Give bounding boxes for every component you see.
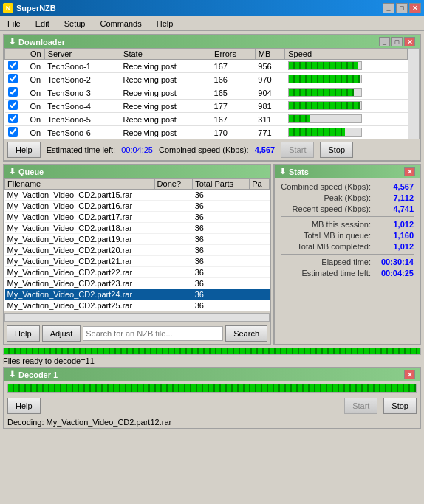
- menu-setup[interactable]: Setup: [60, 18, 90, 29]
- queue-filename: My_Vaction_Video_CD2.part23.rar: [5, 278, 155, 289]
- row-errors: 165: [211, 86, 256, 100]
- queue-adjust-button[interactable]: Adjust: [42, 325, 81, 342]
- stats-total-mb-queue-value: 1,160: [377, 231, 414, 240]
- downloader-bottom: Help Estimated time left: 00:04:25 Combi…: [4, 139, 420, 160]
- queue-row[interactable]: My_Vaction_Video_CD2.part23.rar 36: [5, 278, 270, 289]
- stats-total-mb-completed-label: Total MB completed:: [281, 242, 371, 251]
- stats-panel: ⬇ Stats ✕ Combined speed (Kbps): 4,567 P…: [273, 164, 421, 345]
- downloader-row: On TechSono-4 Receiving post 177 981: [5, 100, 408, 113]
- downloader-header: ⬇ Downloader _ □ ✕: [4, 35, 420, 48]
- queue-help-button[interactable]: Help: [7, 325, 40, 342]
- downloader-row: On TechSono-2 Receiving post 166 970: [5, 73, 408, 86]
- queue-done: [154, 245, 193, 256]
- decoder-start-button[interactable]: Start: [344, 398, 377, 414]
- downloader-scrollbar[interactable]: [408, 48, 420, 139]
- row-checkbox[interactable]: [8, 114, 18, 123]
- queue-pa: [250, 300, 270, 311]
- queue-filename: My_Vaction_Video_CD2.part15.rar: [5, 190, 155, 201]
- queue-scrollbar-h[interactable]: [4, 313, 270, 322]
- estimated-time-label: Estimated time left:: [47, 145, 116, 154]
- close-button[interactable]: ✕: [409, 3, 421, 13]
- menu-commands[interactable]: Commands: [95, 18, 146, 29]
- row-server: TechSono-2: [44, 73, 120, 86]
- stats-combined-speed-value: 4,567: [377, 182, 414, 191]
- search-button[interactable]: Search: [225, 325, 267, 342]
- row-checkbox[interactable]: [8, 127, 18, 137]
- search-nzb-input[interactable]: [83, 326, 223, 341]
- queue-row[interactable]: My_Vaction_Video_CD2.part22.rar 36: [5, 267, 270, 278]
- queue-filename: My_Vaction_Video_CD2.part20.rar: [5, 245, 155, 256]
- stats-title: Stats: [289, 168, 309, 176]
- row-checkbox-cell[interactable]: [5, 60, 27, 73]
- queue-filename: My_Vaction_Video_CD2.part21.rar: [5, 256, 155, 267]
- row-checkbox-cell[interactable]: [5, 113, 27, 126]
- downloader-minimize-btn[interactable]: _: [379, 37, 390, 46]
- stats-recent-speed: Recent speed (Kbps): 4,741: [281, 204, 414, 213]
- row-checkbox-cell[interactable]: [5, 126, 27, 139]
- row-checkbox[interactable]: [8, 100, 18, 110]
- stats-estimated-label: Estimated time left:: [281, 269, 371, 277]
- col-header-errors: Errors: [211, 49, 256, 60]
- queue-row[interactable]: My_Vaction_Video_CD2.part21.rar 36: [5, 256, 270, 267]
- stats-total-mb-completed: Total MB completed: 1,012: [281, 242, 414, 251]
- row-checkbox[interactable]: [8, 74, 18, 83]
- decoder-stop-button[interactable]: Stop: [383, 398, 417, 414]
- stats-peak-label: Peak (Kbps):: [281, 193, 371, 202]
- menu-help[interactable]: Help: [152, 18, 178, 29]
- menu-file[interactable]: File: [3, 18, 25, 29]
- stats-total-mb-queue-label: Total MB in queue:: [281, 231, 371, 240]
- queue-total-parts: 36: [193, 201, 250, 212]
- stats-close-btn[interactable]: ✕: [404, 167, 415, 176]
- downloader-maximize-btn[interactable]: □: [391, 37, 403, 46]
- row-state: Receiving post: [120, 86, 211, 100]
- queue-row[interactable]: My_Vaction_Video_CD2.part16.rar 36: [5, 201, 270, 212]
- stats-combined-speed: Combined speed (Kbps): 4,567: [281, 182, 414, 191]
- queue-total-parts: 36: [193, 267, 250, 278]
- row-speed: [285, 86, 408, 100]
- queue-filename: My_Vaction_Video_CD2.part22.rar: [5, 267, 155, 278]
- row-state: Receiving post: [120, 73, 211, 86]
- queue-row[interactable]: My_Vaction_Video_CD2.part15.rar 36: [5, 190, 270, 201]
- row-speed: [285, 126, 408, 139]
- row-on: On: [27, 126, 45, 139]
- row-speed: [285, 100, 408, 113]
- downloader-start-button[interactable]: Start: [281, 142, 314, 158]
- speed-bar-container: [288, 88, 362, 97]
- speed-bar-container: [288, 128, 362, 137]
- queue-row[interactable]: My_Vaction_Video_CD2.part17.rar 36: [5, 212, 270, 223]
- queue-done: [154, 223, 193, 234]
- row-checkbox-cell[interactable]: [5, 86, 27, 100]
- downloader-stop-button[interactable]: Stop: [320, 142, 353, 158]
- menu-edit[interactable]: Edit: [31, 18, 54, 29]
- row-mb: 771: [255, 126, 284, 139]
- queue-row[interactable]: My_Vaction_Video_CD2.part20.rar 36: [5, 245, 270, 256]
- decoder-title: Decoder 1: [18, 370, 58, 379]
- row-mb: 981: [255, 100, 284, 113]
- queue-row[interactable]: My_Vaction_Video_CD2.part25.rar 36: [5, 300, 270, 311]
- row-checkbox[interactable]: [8, 61, 18, 70]
- downloader-help-button[interactable]: Help: [7, 142, 41, 158]
- queue-pa: [250, 267, 270, 278]
- queue-row[interactable]: My_Vaction_Video_CD2.part24.rar 36: [5, 289, 270, 300]
- row-speed: [285, 73, 408, 86]
- speed-bar: [289, 115, 310, 122]
- queue-row[interactable]: My_Vaction_Video_CD2.part19.rar 36: [5, 234, 270, 245]
- queue-row[interactable]: My_Vaction_Video_CD2.part18.rar 36: [5, 223, 270, 234]
- speed-bar-container: [288, 75, 362, 83]
- row-checkbox[interactable]: [8, 87, 18, 97]
- decoder-help-button[interactable]: Help: [7, 398, 41, 414]
- decoder-close-btn[interactable]: ✕: [404, 370, 415, 379]
- queue-header: ⬇ Queue: [4, 165, 270, 178]
- queue-pa: [250, 289, 270, 300]
- row-errors: 167: [211, 113, 256, 126]
- downloader-close-btn[interactable]: ✕: [404, 37, 415, 46]
- row-checkbox-cell[interactable]: [5, 73, 27, 86]
- app-title: SuperNZB: [16, 4, 56, 13]
- decoder-panel: ⬇ Decoder 1 ✕ Help Start Stop Decoding: …: [3, 367, 421, 429]
- minimize-button[interactable]: _: [383, 3, 394, 13]
- queue-done: [154, 289, 193, 300]
- estimated-time-value: 00:04:25: [121, 145, 153, 154]
- queue-done: [154, 201, 193, 212]
- row-checkbox-cell[interactable]: [5, 100, 27, 113]
- maximize-button[interactable]: □: [396, 3, 408, 13]
